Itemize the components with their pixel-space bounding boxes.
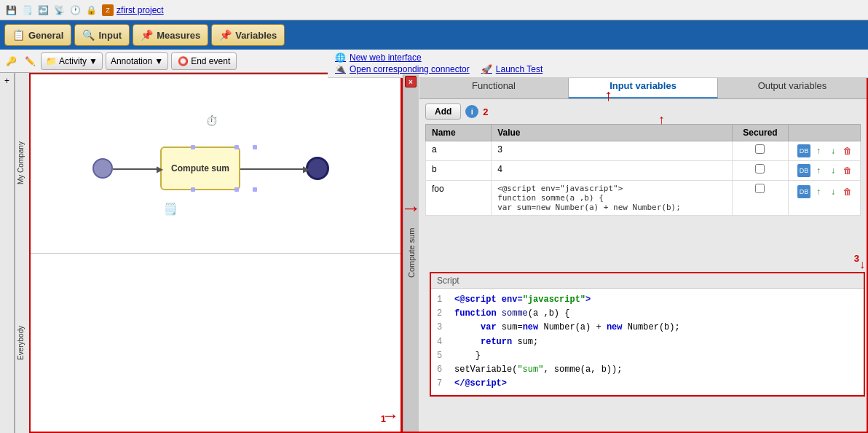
db-icon-a[interactable]: DB <box>797 144 810 157</box>
arrow-to-end: ▶ <box>303 164 309 174</box>
start-circle[interactable] <box>92 158 113 179</box>
undo-icon[interactable]: ↩️ <box>36 4 50 17</box>
dialog-close-button[interactable]: × <box>405 76 417 87</box>
col-header-actions <box>788 125 860 141</box>
open-connector-link[interactable]: 🔌 Open corresponding connector <box>335 64 470 74</box>
delete-b[interactable]: 🗑 <box>841 164 854 177</box>
project-link[interactable]: Z zfirst project <box>102 4 164 16</box>
dialog-toolbar: Add i 2 <box>425 104 861 120</box>
cell-name-foo: foo <box>426 181 492 216</box>
delete-foo[interactable]: 🗑 <box>841 185 854 198</box>
dialog-tabs: Functional Input variables ↑ Output vari… <box>419 74 867 99</box>
arrow-to-node: ▶ <box>157 164 163 174</box>
selection-dot-1 <box>191 145 195 149</box>
end-event-label: End event <box>191 56 230 66</box>
activity-label: Activity <box>59 56 87 66</box>
variables-table: Name Value Secured a 3 <box>425 124 861 216</box>
label-3: 3 <box>854 253 859 264</box>
script-line-7: 7</@script> <box>437 377 858 391</box>
connector-icon: 🔌 <box>335 64 346 74</box>
dropdown-arrow: ▼ <box>89 56 98 66</box>
process-node-compute-sum[interactable]: Compute sum <box>160 147 240 190</box>
table-row: foo <@script env="javascript"> function … <box>426 181 861 216</box>
tab-general-label: General <box>28 30 63 41</box>
tab-input[interactable]: 🔍 Input <box>74 24 130 46</box>
measures-icon: 📌 <box>141 29 153 41</box>
script-line-6: 6setVariable("sum", somme(a, b)); <box>437 363 858 377</box>
dialog-vertical-label: Compute sum <box>403 74 419 432</box>
key-icon[interactable]: 🔑 <box>4 55 17 68</box>
edit-icon[interactable]: ✏️ <box>23 55 36 68</box>
top-toolbar: 💾 🗒️ ↩️ 📡 🕐 🔒 Z zfirst project <box>0 0 868 20</box>
script-line-4: 4 return sum; <box>437 335 858 349</box>
circle-icon: ⭕ <box>178 56 189 66</box>
red-arrow-to-dialog: → <box>382 405 399 426</box>
tab-general[interactable]: 📋 General <box>4 24 71 46</box>
my-company-label: My Company <box>15 73 29 253</box>
cell-value-a: 3 <box>492 141 733 161</box>
table-row: b 4 DB ↑ ↓ 🗑 <box>426 161 861 181</box>
secured-checkbox-b[interactable] <box>755 164 765 173</box>
general-icon: 📋 <box>12 29 25 41</box>
folder-icon: 📁 <box>46 56 57 66</box>
cell-secured-a <box>733 141 789 161</box>
clock-icon[interactable]: 🕐 <box>68 4 82 17</box>
selection-dot-4 <box>234 187 239 192</box>
info-icon[interactable]: i <box>465 105 478 118</box>
col-header-secured: Secured <box>733 125 789 141</box>
tab-input-label: Input <box>98 30 122 41</box>
up-arrow-foo[interactable]: ↑ <box>812 185 825 198</box>
side-labels: + My Company Everybody <box>0 73 29 433</box>
variables-icon: 📌 <box>219 29 232 41</box>
down-arrow-b[interactable]: ↓ <box>826 164 840 177</box>
script-line-5: 5 } <box>437 349 858 363</box>
add-button[interactable]: Add <box>425 104 461 120</box>
cell-name-b: b <box>426 161 492 181</box>
script-line-2: 2function somme(a ,b) { <box>437 307 858 321</box>
annotation-label: Annotation <box>111 56 152 66</box>
tab-variables-label: Variables <box>235 30 277 41</box>
end-event-btn[interactable]: ⭕ End event <box>171 52 237 70</box>
new-web-interface-link[interactable]: 🌐 New web interface <box>335 52 861 63</box>
tab-measures-label: Measures <box>157 30 200 41</box>
canvas-area[interactable]: ⏱️ ▶ Compute sum ▶ 🗒️ 1 → <box>29 73 402 433</box>
down-arrow-foo[interactable]: ↓ <box>826 185 840 198</box>
code-line-2: function somme(a ,b) { <box>497 193 726 203</box>
tab-arrow-annotation: ↑ <box>658 112 665 128</box>
secured-checkbox-foo[interactable] <box>755 184 765 193</box>
lock-icon[interactable]: 🔒 <box>84 4 98 17</box>
project-icon: Z <box>102 4 114 16</box>
save-icon[interactable]: 💾 <box>4 4 17 17</box>
cell-actions-b: DB ↑ ↓ 🗑 <box>788 161 860 181</box>
up-arrow-b[interactable]: ↑ <box>812 164 825 177</box>
selection-dot-3 <box>191 187 195 192</box>
everybody-label: Everybody <box>15 253 29 433</box>
secured-checkbox-a[interactable] <box>755 144 765 154</box>
launch-test-link[interactable]: 🚀 Launch Test <box>481 64 543 74</box>
tab-variables[interactable]: 📌 Variables <box>211 24 285 46</box>
web-icon: 🌐 <box>335 52 346 63</box>
cell-value-b: 4 <box>492 161 733 181</box>
input-icon: 🔍 <box>82 29 95 41</box>
db-icon-b[interactable]: DB <box>797 164 810 177</box>
red-arrow-canvas-to-dialog: → <box>401 197 421 220</box>
tab-measures[interactable]: 📌 Measures <box>133 24 208 46</box>
script-line-3: 3 var sum=new Number(a) + new Number(b); <box>437 321 858 335</box>
launch-icon: 🚀 <box>481 64 492 74</box>
up-arrow-a[interactable]: ↑ <box>812 144 825 157</box>
down-arrow-a[interactable]: ↓ <box>826 144 840 157</box>
cell-secured-b <box>733 161 789 181</box>
delete-a[interactable]: 🗑 <box>841 144 854 157</box>
new-icon[interactable]: 🗒️ <box>20 4 33 17</box>
annotation-icon[interactable]: 🗒️ <box>163 202 178 216</box>
rss-icon[interactable]: 📡 <box>52 4 66 17</box>
activity-dropdown[interactable]: 📁 Activity ▼ <box>41 52 103 70</box>
selection-dot-2 <box>234 145 239 149</box>
cell-secured-foo <box>733 181 789 216</box>
project-name[interactable]: zfirst project <box>117 5 164 15</box>
swimlane-divider <box>31 253 401 254</box>
expand-left-icon[interactable]: + <box>4 76 9 86</box>
script-panel-header: Script <box>431 273 864 289</box>
db-icon-foo[interactable]: DB <box>797 185 810 198</box>
annotation-dropdown[interactable]: Annotation ▼ <box>106 52 168 70</box>
